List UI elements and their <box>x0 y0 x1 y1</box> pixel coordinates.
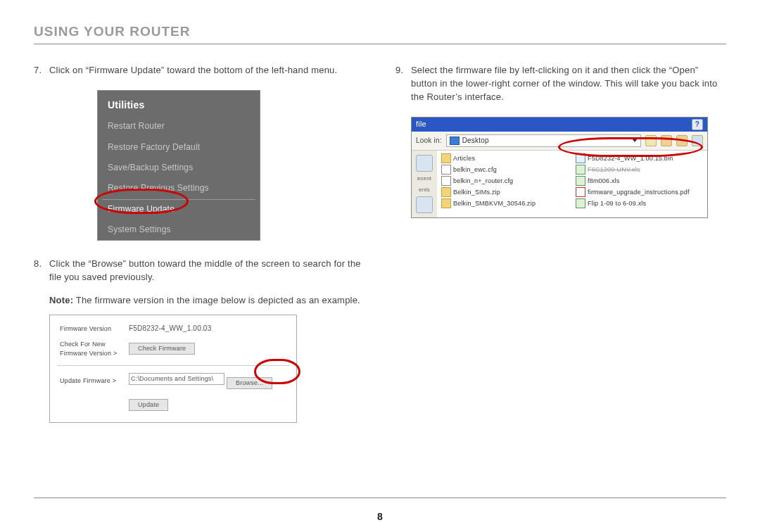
right-column: 9. Select the firmware file by left-clic… <box>395 64 726 423</box>
xls-icon <box>576 165 585 175</box>
check-new-label: Check For New Firmware Version > <box>57 337 126 361</box>
zip-icon <box>441 198 451 208</box>
note-label: Note: <box>49 295 73 305</box>
dialog-title: file <box>416 119 426 130</box>
step-text: Click on “Firmware Update” toward the bo… <box>49 64 365 77</box>
annotation-circle-browse <box>254 359 300 384</box>
place-icon[interactable] <box>416 196 433 213</box>
file-item[interactable]: Belkin_SMBKVM_30546.zip <box>441 198 569 208</box>
utilities-menu-screenshot: Utilities Restart Router Restore Factory… <box>34 90 365 241</box>
utilities-menu: Utilities Restart Router Restore Factory… <box>97 90 260 241</box>
firmware-version-value: F5D8232-4_WW_1.00.03 <box>126 321 289 337</box>
file-item[interactable]: f8m006.xls <box>576 176 703 186</box>
dialog-body: ecent ents Articles belkin_ewc.cfg belki… <box>412 151 707 217</box>
place-label: ecent <box>417 175 432 183</box>
annotation-circle-firmware <box>94 189 189 214</box>
open-dialog: file ? Look in: Desktop <box>411 117 708 219</box>
content-columns: 7. Click on “Firmware Update” toward the… <box>34 64 726 423</box>
divider-top <box>34 44 726 44</box>
menu-item-restore-factory[interactable]: Restore Factory Default <box>98 137 260 158</box>
place-label: ents <box>419 186 430 194</box>
desktop-icon <box>450 137 460 145</box>
file-item[interactable]: F6C1200-UNV.xls <box>576 165 703 175</box>
menu-item-system-settings[interactable]: System Settings <box>98 220 260 240</box>
divider-bottom <box>34 498 726 498</box>
firmware-path-input[interactable]: C:\Documents and Settings\ <box>129 373 224 385</box>
step-8-note: Note: The firmware version in the image … <box>49 294 365 308</box>
open-dialog-screenshot: file ? Look in: Desktop <box>411 117 726 219</box>
file-column-left: Articles belkin_ewc.cfg belkin_n+_router… <box>441 153 569 212</box>
places-bar: ecent ents <box>412 151 437 217</box>
annotation-circle-bin-file <box>558 137 703 157</box>
zip-icon <box>441 187 451 197</box>
step-number: 7. <box>34 64 49 77</box>
left-column: 7. Click on “Firmware Update” toward the… <box>34 64 365 423</box>
dialog-titlebar: file ? <box>412 118 707 132</box>
file-item[interactable]: Articles <box>441 153 569 163</box>
firmware-version-label: Firmware Version <box>57 321 126 337</box>
lookin-label: Look in: <box>416 136 442 146</box>
note-text: The firmware version in the image below … <box>73 295 360 305</box>
step-number: 9. <box>395 64 411 104</box>
menu-item-save-backup[interactable]: Save/Backup Settings <box>98 158 260 178</box>
file-item[interactable]: Belkin_SIMs.zip <box>441 187 569 197</box>
utilities-heading: Utilities <box>98 91 260 116</box>
lookin-value: Desktop <box>462 136 489 146</box>
update-button[interactable]: Update <box>129 399 168 411</box>
file-item[interactable]: belkin_n+_router.cfg <box>441 176 569 186</box>
xls-icon <box>576 198 585 208</box>
xls-icon <box>576 176 585 186</box>
place-icon[interactable] <box>416 155 433 172</box>
step-9: 9. Select the firmware file by left-clic… <box>395 64 726 104</box>
step-number: 8. <box>34 258 49 284</box>
step-7: 7. Click on “Firmware Update” toward the… <box>34 64 365 77</box>
help-icon[interactable]: ? <box>692 119 703 130</box>
check-firmware-button[interactable]: Check Firmware <box>129 343 195 355</box>
page-number: 8 <box>0 511 760 522</box>
file-list: Articles belkin_ewc.cfg belkin_n+_router… <box>437 151 707 217</box>
page-title: USING YOUR ROUTER <box>34 24 726 39</box>
update-firmware-label: Update Firmware > <box>57 370 126 392</box>
pdf-icon <box>576 187 585 197</box>
firmware-update-screenshot: Firmware Version F5D8232-4_WW_1.00.03 Ch… <box>49 315 297 423</box>
folder-icon <box>441 153 451 163</box>
step-text: Select the firmware file by left-clickin… <box>411 64 726 104</box>
document-page: USING YOUR ROUTER 7. Click on “Firmware … <box>0 0 760 532</box>
file-icon <box>441 176 451 186</box>
file-item[interactable]: Flip 1-09 to 6-09.xls <box>576 198 703 208</box>
step-8: 8. Click the “Browse” button toward the … <box>34 258 365 284</box>
file-item[interactable]: belkin_ewc.cfg <box>441 165 569 175</box>
file-icon <box>441 165 451 175</box>
step-text: Click the “Browse” button toward the mid… <box>49 258 365 284</box>
menu-item-restart[interactable]: Restart Router <box>98 116 260 137</box>
file-column-right: F5D8232-4_WW_1.00.15.bin F6C1200-UNV.xls… <box>576 153 703 212</box>
file-item[interactable]: firmware_upgrade_instructions.pdf <box>576 187 703 197</box>
